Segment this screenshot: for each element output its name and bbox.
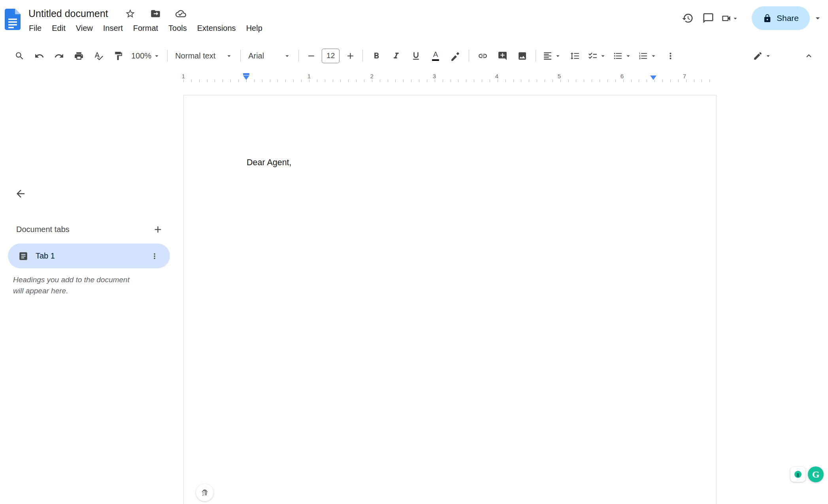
grammarly-assistant-button[interactable] xyxy=(790,467,805,482)
zoom-select[interactable]: 100% xyxy=(128,47,164,65)
share-label: Share xyxy=(777,13,799,23)
underline-button[interactable] xyxy=(406,47,426,65)
grammarly-button[interactable]: G xyxy=(808,466,824,482)
chevron-down-icon xyxy=(650,52,657,60)
chevron-down-icon xyxy=(554,52,562,60)
increase-font-size-button[interactable] xyxy=(341,47,359,65)
checklist-icon xyxy=(588,51,598,61)
image-icon xyxy=(517,51,527,61)
italic-icon xyxy=(391,51,401,61)
bold-button[interactable] xyxy=(366,47,386,65)
folder-move-icon xyxy=(150,8,161,19)
redo-button[interactable] xyxy=(49,47,69,65)
bulleted-list-button[interactable] xyxy=(610,47,635,65)
insert-link-button[interactable] xyxy=(473,47,492,65)
join-call-button[interactable] xyxy=(719,13,741,24)
paragraph-style-value: Normal text xyxy=(175,51,215,60)
ruler[interactable]: 1 1 2 3 4 5 6 7 xyxy=(183,73,717,85)
hide-menus-button[interactable] xyxy=(799,47,819,65)
sidebar-hint: Headings you add to the document will ap… xyxy=(13,274,151,296)
numbered-list-button[interactable] xyxy=(635,47,660,65)
italic-button[interactable] xyxy=(386,47,406,65)
add-comment-button[interactable] xyxy=(492,47,512,65)
spelling-grammar-button[interactable] xyxy=(89,47,108,65)
version-history-button[interactable] xyxy=(677,8,698,28)
menu-file[interactable]: File xyxy=(28,22,47,34)
tab-options-button[interactable] xyxy=(146,248,163,264)
tab-item-tab1[interactable]: Tab 1 xyxy=(8,244,170,268)
hint-line-1: Headings you add to the document xyxy=(13,274,151,285)
document-status-button[interactable] xyxy=(174,6,188,21)
chevron-down-icon xyxy=(732,15,739,22)
ruler-label: 6 xyxy=(621,73,624,79)
highlight-color-button[interactable] xyxy=(445,47,465,65)
redo-icon xyxy=(54,51,64,61)
more-vert-icon xyxy=(150,252,159,260)
header: Untitled document File Edit View Insert … xyxy=(0,0,828,41)
menu-insert[interactable]: Insert xyxy=(98,22,128,34)
left-indent-marker[interactable] xyxy=(243,73,249,80)
chevron-up-icon xyxy=(804,51,814,61)
chevron-down-icon xyxy=(813,13,822,23)
right-indent-marker[interactable] xyxy=(650,76,656,80)
menu-help[interactable]: Help xyxy=(241,22,268,34)
toolbar-divider xyxy=(298,50,299,62)
menu-view[interactable]: View xyxy=(71,22,98,34)
ruler-label: 1 xyxy=(307,73,311,79)
menu-tools[interactable]: Tools xyxy=(163,22,192,34)
numbered-list-icon xyxy=(638,51,648,61)
document-title[interactable]: Untitled document xyxy=(28,8,108,19)
print-button[interactable] xyxy=(69,47,89,65)
ruler-label: 5 xyxy=(558,73,561,79)
indent-triangle-icon xyxy=(243,76,249,80)
arrow-back-icon xyxy=(15,188,26,200)
checklist-button[interactable] xyxy=(585,47,610,65)
menu-edit[interactable]: Edit xyxy=(47,22,70,34)
grammarly-g-icon: G xyxy=(812,469,820,480)
undo-button[interactable] xyxy=(29,47,49,65)
align-left-icon xyxy=(543,51,553,61)
indent-triangle-icon xyxy=(650,76,656,80)
font-family-select[interactable]: Arial xyxy=(244,47,295,65)
lock-icon xyxy=(763,14,772,23)
search-menus-button[interactable] xyxy=(9,47,29,65)
history-icon xyxy=(682,12,694,24)
toolbar-divider xyxy=(240,50,241,62)
text-color-button[interactable]: A xyxy=(426,47,445,65)
decrease-font-size-button[interactable] xyxy=(302,47,320,65)
font-family-value: Arial xyxy=(248,51,264,60)
menu-extensions[interactable]: Extensions xyxy=(192,22,241,34)
docs-logo-icon[interactable] xyxy=(5,9,21,31)
spellcheck-icon xyxy=(94,51,104,61)
ruler-label: 1 xyxy=(182,73,185,79)
tab-label: Tab 1 xyxy=(36,251,146,260)
star-button[interactable] xyxy=(123,6,138,21)
insert-image-button[interactable] xyxy=(512,47,532,65)
paint-format-button[interactable] xyxy=(108,47,128,65)
paragraph-style-select[interactable]: Normal text xyxy=(171,47,237,65)
move-button[interactable] xyxy=(149,6,163,21)
document-page[interactable]: Dear Agent, xyxy=(183,95,717,504)
more-formatting-button[interactable] xyxy=(660,47,680,65)
chevron-down-icon xyxy=(599,52,607,60)
menu-format[interactable]: Format xyxy=(128,22,163,34)
fingerprint-button[interactable] xyxy=(196,484,213,501)
editing-mode-button[interactable] xyxy=(748,47,777,65)
add-tab-button[interactable] xyxy=(149,221,166,238)
comments-button[interactable] xyxy=(698,8,719,28)
toolbar-divider xyxy=(469,50,469,62)
close-sidebar-button[interactable] xyxy=(10,183,31,204)
toolbar-divider xyxy=(362,50,363,62)
share-more-button[interactable] xyxy=(810,8,826,28)
bold-icon xyxy=(372,51,381,61)
font-size-input[interactable]: 12 xyxy=(322,49,339,63)
zoom-value: 100% xyxy=(131,51,151,60)
share-group: Share xyxy=(752,6,826,30)
ruler-label: 3 xyxy=(433,73,436,79)
align-button[interactable] xyxy=(539,47,565,65)
share-button[interactable]: Share xyxy=(752,6,810,30)
add-comment-icon xyxy=(498,51,507,61)
assistant-bulb-icon xyxy=(794,471,802,478)
line-spacing-button[interactable] xyxy=(565,47,585,65)
paint-roller-icon xyxy=(113,51,123,61)
